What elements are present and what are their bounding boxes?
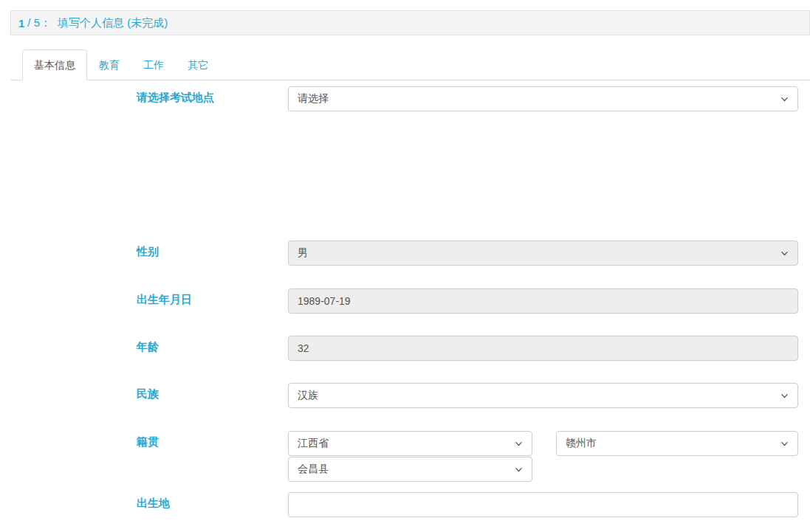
province-select[interactable]: 江西省 xyxy=(288,431,532,456)
tab-basic-info[interactable]: 基本信息 xyxy=(22,49,87,80)
form-row-gender: 性别 男 xyxy=(137,241,798,266)
birth-date-input xyxy=(288,289,798,314)
chevron-down-icon xyxy=(515,440,523,448)
province-value: 江西省 xyxy=(298,437,329,450)
age-input xyxy=(288,336,798,361)
exam-location-label: 请选择考试地点 xyxy=(137,86,288,111)
exam-location-value: 请选择 xyxy=(298,92,329,106)
form-row-birth-place: 出生地 xyxy=(137,492,798,517)
step-total: / 5： xyxy=(27,16,51,30)
city-select[interactable]: 赣州市 xyxy=(556,431,798,456)
chevron-down-icon xyxy=(780,95,789,103)
tab-work[interactable]: 工作 xyxy=(131,49,176,80)
basic-info-form: 请选择考试地点 请选择 性别 男 出生年月日 年龄 xyxy=(137,86,798,517)
tab-education[interactable]: 教育 xyxy=(87,49,131,80)
ethnicity-label: 民族 xyxy=(137,383,288,408)
city-value: 赣州市 xyxy=(566,437,597,450)
ethnicity-select[interactable]: 汉族 xyxy=(288,383,798,408)
gender-value: 男 xyxy=(298,246,308,260)
form-row-native-place: 籍贯 江西省 赣州市 会昌县 xyxy=(137,431,798,482)
chevron-down-icon xyxy=(780,440,789,448)
birth-place-label: 出生地 xyxy=(137,492,288,517)
birth-date-label: 出生年月日 xyxy=(137,289,288,314)
chevron-down-icon xyxy=(515,466,523,474)
county-value: 会昌县 xyxy=(298,463,329,476)
step-number: 1 xyxy=(18,17,24,30)
step-title: 填写个人信息 (未完成) xyxy=(58,16,168,30)
county-select[interactable]: 会昌县 xyxy=(288,457,532,482)
gender-label: 性别 xyxy=(137,241,288,266)
form-row-exam-location: 请选择考试地点 请选择 xyxy=(137,86,798,111)
form-row-ethnicity: 民族 汉族 xyxy=(137,383,798,408)
tab-bar: 基本信息 教育 工作 其它 xyxy=(10,49,810,80)
gender-select: 男 xyxy=(288,241,798,266)
native-place-label: 籍贯 xyxy=(137,431,288,482)
exam-location-select[interactable]: 请选择 xyxy=(288,86,798,111)
tab-other[interactable]: 其它 xyxy=(176,49,220,80)
ethnicity-value: 汉族 xyxy=(298,389,318,402)
chevron-down-icon xyxy=(780,249,789,258)
chevron-down-icon xyxy=(780,392,789,400)
age-label: 年龄 xyxy=(137,336,288,361)
form-row-birth-date: 出生年月日 xyxy=(137,289,798,314)
form-row-age: 年龄 xyxy=(137,336,798,361)
birth-place-input[interactable] xyxy=(288,492,798,517)
step-header: 1 / 5： 填写个人信息 (未完成) xyxy=(10,10,810,35)
